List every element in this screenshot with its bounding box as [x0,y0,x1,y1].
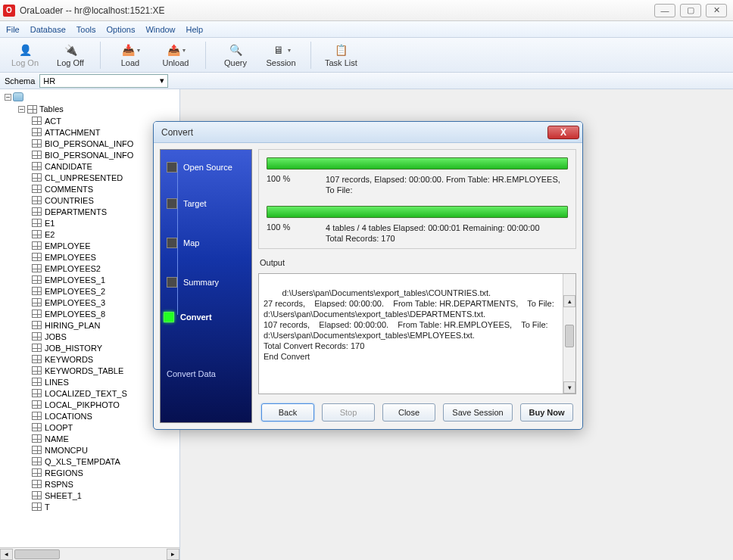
logoff-icon: 🔌 [63,42,78,58]
table-item-label: COUNTRIES [45,196,94,205]
wizard-footer-label: Convert Data [167,369,216,378]
step-marker-icon [167,238,177,248]
titlebar: O OraLoader -- hr@localhost:1521:XE — ▢ … [0,0,733,21]
menu-options[interactable]: Options [107,25,136,34]
table-icon [32,321,42,329]
scroll-track[interactable] [13,549,167,560]
table-item-label: E2 [45,230,55,239]
step-marker-active-icon [164,312,174,322]
scroll-right-icon[interactable]: ▸ [167,549,179,560]
table-icon [32,241,42,250]
menu-database[interactable]: Database [30,25,66,34]
chevron-down-icon[interactable]: ▾ [288,47,291,54]
close-window-button[interactable]: ✕ [706,4,727,17]
menu-window[interactable]: Window [145,25,175,34]
unload-button[interactable]: 📤▾ Unload [157,41,195,69]
schema-value: HR [43,76,55,86]
table-item-label: LINES [45,378,69,387]
chevron-down-icon[interactable]: ▾ [137,47,140,54]
scroll-thumb[interactable] [14,549,60,559]
minimize-button[interactable]: — [654,4,675,17]
menu-tools[interactable]: Tools [76,25,96,34]
logon-button: 👤 Log On [6,41,44,69]
dialog-title: Convert [161,127,193,138]
maximize-button[interactable]: ▢ [680,4,701,17]
table-icon [32,264,42,272]
window-controls: — ▢ ✕ [654,4,727,17]
chevron-down-icon[interactable]: ▾ [182,47,186,54]
table-icon [32,173,42,182]
horizontal-scrollbar[interactable]: ◂ ▸ [0,547,179,560]
menu-file[interactable]: File [6,25,20,34]
progress-2-detail: 4 tables / 4 tables Elapsed: 00:00:01 Re… [326,222,568,244]
progress-bar-1 [267,157,568,170]
table-item[interactable]: T [32,501,178,512]
back-button[interactable]: Back [261,403,314,422]
dialog-close-button[interactable]: X [547,126,579,139]
scroll-down-icon[interactable]: ▾ [563,381,575,394]
wizard-step-summary[interactable]: Summary [167,277,219,288]
scroll-thumb[interactable] [565,325,574,347]
table-item-label: LOCALIZED_TEXT_S [45,389,127,398]
table-icon [32,468,42,477]
logoff-button[interactable]: 🔌 Log Off [51,41,89,69]
schema-row: Schema HR ▾ [0,73,733,89]
tasklist-button[interactable]: 📋 Task List [322,41,360,69]
wizard-step-open-source[interactable]: Open Source [167,162,232,173]
table-item-label: COMMENTS [45,185,93,194]
table-item[interactable]: Q_XLS_TEMPDATA [32,456,178,467]
table-icon [32,298,42,306]
table-icon [32,151,42,159]
table-item-label: JOBS [45,332,67,341]
toolbar-separator [310,42,311,69]
table-item-label: CL_UNPRESENTED [45,173,123,182]
table-icon [32,344,42,352]
table-icon [32,412,42,420]
table-item[interactable]: SHEET_1 [32,490,178,501]
output-scrollbar[interactable]: ▴ ▾ [563,274,575,394]
table-icon [32,434,42,443]
dialog-body: Open Source Target Map Summary Convert C… [154,143,582,429]
table-item-label: E1 [45,219,55,228]
collapse-icon[interactable]: – [18,106,25,113]
schema-select[interactable]: HR ▾ [39,74,168,88]
buy-now-button[interactable]: Buy Now [520,403,573,422]
logon-icon: 👤 [17,42,33,58]
dialog-buttons: Back Stop Close Save Session Buy Now [258,399,576,423]
wizard-step-map[interactable]: Map [167,238,199,248]
table-item-label: KEYWORDS [45,355,93,364]
table-item-label: SHEET_1 [45,491,82,500]
scroll-left-icon[interactable]: ◂ [0,549,13,560]
wizard-step-convert[interactable]: Convert [164,312,212,322]
table-item[interactable]: REGIONS [32,467,178,478]
table-icon [32,219,42,227]
table-icon [32,332,42,341]
save-session-button[interactable]: Save Session [443,403,513,422]
load-button[interactable]: 📥▾ Load [111,41,149,69]
table-item-label: JOB_HISTORY [45,344,102,353]
table-item-label: EMPLOYEE [45,241,91,250]
step-marker-icon [167,198,177,209]
table-icon [32,355,42,363]
app-icon: O [3,5,15,17]
tables-node[interactable]: – Tables [18,104,178,114]
toolbar-separator [100,42,101,69]
query-button[interactable]: 🔍 Query [217,41,254,69]
tree-root[interactable]: – [5,92,178,101]
table-item[interactable]: NMONCPU [32,444,178,456]
table-item-label: Q_XLS_TEMPDATA [45,457,120,466]
menu-help[interactable]: Help [186,25,204,34]
wizard-step-target[interactable]: Target [167,198,207,209]
session-button[interactable]: 🖥▾ Session [262,41,300,69]
table-item-label: T [45,502,50,512]
close-button[interactable]: Close [382,403,435,422]
table-item[interactable]: NAME [32,433,178,444]
output-box[interactable]: d:\Users\pan\Documents\export_tables\COU… [258,273,576,394]
table-item[interactable]: RSPNS [32,478,178,490]
table-item-label: REGIONS [45,468,83,478]
table-item-label: BIO_PERSONAL_INFO [45,139,133,148]
table-icon [32,207,42,216]
collapse-icon[interactable]: – [5,94,11,101]
table-icon [32,310,42,318]
output-label: Output [260,258,576,267]
